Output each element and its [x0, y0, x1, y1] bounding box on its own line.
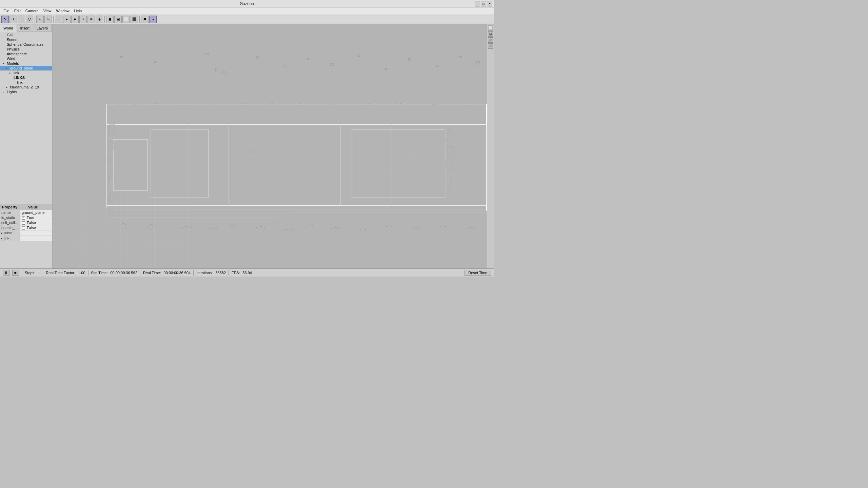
props-col-value: Value	[26, 204, 52, 210]
reset-time-button[interactable]: Reset Time	[465, 270, 491, 276]
toolbar-undo[interactable]: ↩	[36, 16, 44, 23]
right-panel-icons: ⬜ ◱ ↙ ⤢	[487, 24, 494, 268]
prop-val-name: ground_plane	[20, 210, 52, 215]
tab-world[interactable]: World	[0, 24, 17, 32]
tree-item-spherical[interactable]: Spherical Coordinates	[0, 42, 52, 47]
status-sep3	[88, 270, 88, 276]
pause-button[interactable]: ⏸	[3, 270, 9, 276]
tree-panel: GUI Scene Spherical Coordinates Physics …	[0, 32, 52, 204]
toolbar-star[interactable]: ★	[149, 16, 157, 23]
left-tabs: World Insert Layers	[0, 24, 52, 32]
toolbar-dirlight[interactable]: ◈	[96, 16, 103, 23]
tree-item-lights[interactable]: ▸ Lights	[0, 89, 52, 94]
toolbar-pointlight[interactable]: ✦	[79, 16, 87, 23]
label-models: Models	[7, 61, 51, 65]
arrow-lights: ▸	[3, 90, 7, 94]
vp-icon-expand[interactable]: ⤢	[488, 43, 493, 49]
menu-bar: File Edit Camera View Window Help	[0, 7, 494, 14]
status-sep2	[43, 270, 43, 276]
toolbar-box[interactable]: ▭	[55, 16, 62, 23]
tab-layers[interactable]: Layers	[33, 24, 52, 32]
sep1	[35, 16, 35, 23]
viewport[interactable]	[53, 24, 487, 268]
arrow-groundplane: ▾	[6, 67, 10, 70]
prop-row-selfcoll: self_coll... False	[0, 220, 52, 225]
props-header: Property Value	[0, 204, 52, 210]
prop-val-isstatic: True	[20, 215, 52, 220]
tree-item-models[interactable]: ▾ Models	[0, 61, 52, 66]
label-physics: Physics	[7, 47, 51, 51]
toolbar-rotate[interactable]: ○	[18, 16, 25, 23]
toolbar-sphere[interactable]: ●	[63, 16, 71, 23]
tree-item-atmosphere[interactable]: Atmosphere	[0, 52, 52, 56]
prop-val-enable: False	[20, 225, 52, 230]
label-link1: link	[14, 71, 51, 75]
toolbar-copy[interactable]: ◼	[106, 16, 114, 23]
toolbar-align[interactable]: ⬜	[122, 16, 130, 23]
tab-insert[interactable]: Insert	[17, 24, 34, 32]
title-bar: Gazebo – □ ✕	[0, 0, 494, 7]
step-forward-button[interactable]: ⏭	[12, 270, 19, 276]
sep3	[104, 16, 105, 23]
sim-time-label: Sim Time:	[91, 271, 108, 275]
toolbar-redo[interactable]: ↪	[44, 16, 52, 23]
vp-icon-screenshot[interactable]: ⬜	[488, 25, 493, 30]
menu-window[interactable]: Window	[54, 8, 71, 13]
status-sep1	[22, 270, 22, 276]
tree-item-links[interactable]: LINKS	[0, 75, 52, 80]
main-layout: World Insert Layers GUI Scene Spherical …	[0, 24, 494, 268]
prop-name-link[interactable]: ▸ link	[0, 236, 20, 241]
toolbar-spotlight[interactable]: ⊕	[87, 16, 95, 23]
tree-item-link1[interactable]: ▸ link	[0, 70, 52, 75]
label-lights: Lights	[7, 90, 51, 94]
prop-row-isstatic: is_static True	[0, 215, 52, 220]
prop-val-selfcoll: False	[20, 220, 52, 225]
prop-row-link: ▸ link	[0, 236, 52, 241]
tree-item-link2[interactable]: link	[0, 80, 52, 85]
toolbar-scale[interactable]: ⬡	[26, 16, 33, 23]
tree-item-scene[interactable]: Scene	[0, 37, 52, 42]
arrow-tsudanuma: ▸	[6, 86, 10, 89]
toolbar-cylinder[interactable]: ■	[71, 16, 79, 23]
menu-camera[interactable]: Camera	[23, 8, 41, 13]
checkbox-isstatic[interactable]	[22, 216, 25, 220]
arrow-link1: ▸	[9, 72, 14, 75]
prop-row-name: name ground_plane	[0, 210, 52, 215]
maximize-button[interactable]: □	[481, 1, 486, 6]
vp-icon-view[interactable]: ◱	[488, 31, 493, 37]
label-spherical: Spherical Coordinates	[7, 42, 51, 46]
checkbox-selfcoll[interactable]	[22, 221, 25, 225]
tree-item-groundplane[interactable]: ▾ ground_plane	[0, 66, 52, 70]
label-wind: Wind	[7, 57, 51, 61]
menu-file[interactable]: File	[1, 8, 12, 13]
toolbar-snap[interactable]: ⬛	[131, 16, 138, 23]
tree-item-physics[interactable]: Physics	[0, 47, 52, 52]
toolbar-measure[interactable]: ⏹	[141, 16, 149, 23]
label-link2: link	[17, 80, 51, 84]
tree-item-gui[interactable]: GUI	[0, 33, 52, 37]
status-sep6	[229, 270, 229, 276]
toolbar-select[interactable]: ↖	[1, 16, 9, 23]
tree-item-tsudanuma[interactable]: ▸ tsudanuma_2_19	[0, 85, 52, 89]
prop-name-isstatic: is_static	[0, 215, 20, 220]
toolbar-paste[interactable]: ▣	[114, 16, 122, 23]
steps-value: 1	[38, 271, 40, 275]
close-button[interactable]: ✕	[487, 1, 492, 6]
menu-help[interactable]: Help	[72, 8, 84, 13]
status-sep4	[140, 270, 140, 276]
tree-item-wind[interactable]: Wind	[0, 56, 52, 61]
prop-row-enable: enable_... False	[0, 225, 52, 230]
scene-view	[53, 24, 487, 268]
checkbox-enable[interactable]	[22, 226, 25, 230]
menu-view[interactable]: View	[41, 8, 54, 13]
label-tsudanuma: tsudanuma_2_19	[10, 85, 51, 89]
prop-name-pose[interactable]: ▸ pose	[0, 230, 20, 236]
vp-icon-resize[interactable]: ↙	[488, 37, 493, 43]
app-title: Gazebo	[240, 1, 254, 6]
sim-time-value: 00:00:00:36.562	[110, 271, 137, 275]
prop-row-pose: ▸ pose	[0, 230, 52, 236]
menu-edit[interactable]: Edit	[12, 8, 23, 13]
toolbar-translate[interactable]: ✦	[9, 16, 17, 23]
minimize-button[interactable]: –	[475, 1, 480, 6]
svg-rect-2	[63, 190, 192, 268]
